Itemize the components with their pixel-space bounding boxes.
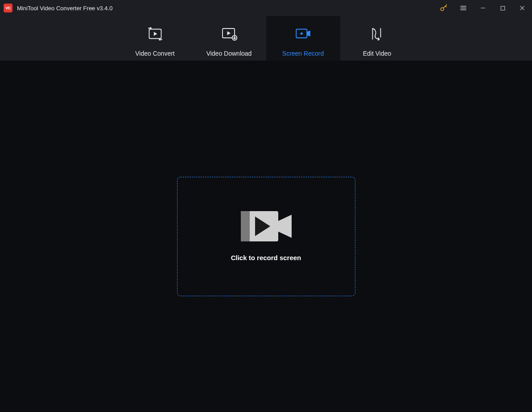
close-icon: [519, 5, 525, 11]
camcorder-icon: [241, 211, 292, 241]
tab-edit-video[interactable]: Edit Video: [340, 16, 414, 61]
tab-video-download[interactable]: Video Download: [192, 16, 266, 61]
tab-label: Screen Record: [282, 50, 324, 57]
window-controls: [434, 0, 532, 16]
maximize-button[interactable]: [493, 0, 512, 16]
svg-point-14: [300, 33, 302, 35]
tab-video-convert[interactable]: Video Convert: [118, 16, 192, 61]
menu-button[interactable]: [454, 0, 473, 16]
svg-marker-11: [227, 31, 231, 35]
video-convert-icon: [147, 25, 163, 43]
window-title: MiniTool Video Converter Free v3.4.0: [17, 5, 112, 12]
key-icon: [440, 4, 448, 12]
hamburger-menu-icon: [460, 4, 467, 12]
edit-video-icon: [370, 25, 384, 43]
maximize-icon: [500, 5, 506, 11]
titlebar: VC MiniTool Video Converter Free v3.4.0: [0, 0, 532, 16]
minimize-button[interactable]: [473, 0, 493, 16]
svg-marker-9: [154, 32, 157, 36]
screen-record-icon: [295, 25, 312, 43]
tab-label: Video Download: [206, 50, 252, 57]
minimize-icon: [480, 5, 486, 11]
app-logo-icon: VC: [4, 4, 12, 12]
svg-rect-16: [241, 211, 250, 241]
tab-screen-record[interactable]: Screen Record: [266, 16, 340, 61]
video-download-icon: [221, 25, 237, 43]
tab-label: Video Convert: [135, 50, 174, 57]
main-tabs: Video Convert Video Download: [0, 16, 532, 61]
close-button[interactable]: [512, 0, 532, 16]
upgrade-key-button[interactable]: [434, 0, 454, 16]
record-prompt-label: Click to record screen: [231, 254, 301, 261]
record-screen-button[interactable]: Click to record screen: [177, 177, 355, 296]
tab-label: Edit Video: [363, 50, 392, 57]
app-window: VC MiniTool Video Converter Free v3.4.0: [0, 0, 532, 412]
svg-rect-5: [501, 6, 505, 10]
main-content: Click to record screen: [0, 61, 532, 412]
